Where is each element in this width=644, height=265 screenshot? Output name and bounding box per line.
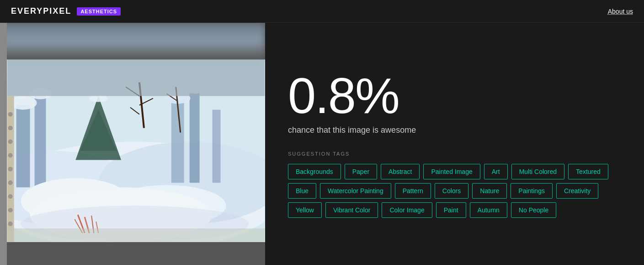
tag-item[interactable]: Color Image	[382, 202, 432, 218]
tag-item[interactable]: Watercolor Painting	[320, 183, 391, 199]
aesthetics-badge: AESTHETICS	[77, 7, 121, 16]
svg-point-39	[8, 208, 13, 212]
svg-point-35	[8, 153, 13, 157]
tag-item[interactable]: Blue	[288, 183, 316, 199]
image-blur-top	[0, 23, 265, 59]
tag-item[interactable]: Nature	[472, 183, 507, 199]
tag-item[interactable]: Colors	[435, 183, 468, 199]
results-section: 0.8% chance that this image is awesome S…	[265, 23, 644, 265]
svg-rect-7	[190, 92, 200, 183]
tag-item[interactable]: Yellow	[288, 202, 322, 218]
suggestion-tags-label: SUGGESTION TAGS	[288, 151, 621, 157]
tag-item[interactable]: Art	[484, 164, 508, 179]
header: EVERYPIXEL AESTHETICS About us	[0, 0, 644, 23]
svg-rect-41	[7, 59, 265, 96]
tag-item[interactable]: Multi Colored	[511, 164, 564, 179]
tag-item[interactable]: Vibrant Color	[325, 202, 378, 218]
tag-item[interactable]: Painted Image	[423, 164, 480, 179]
chance-text: chance that this image is awesome	[288, 125, 621, 135]
svg-point-33	[8, 126, 13, 130]
tag-item[interactable]: Pattern	[395, 183, 431, 199]
svg-rect-8	[213, 110, 221, 183]
svg-point-34	[8, 140, 13, 144]
header-left: EVERYPIXEL AESTHETICS	[11, 6, 121, 16]
tag-item[interactable]: Paintings	[511, 183, 553, 199]
svg-rect-42	[7, 228, 265, 242]
image-blur-bottom	[0, 242, 265, 265]
image-blur-left	[0, 23, 7, 265]
svg-point-36	[8, 167, 13, 171]
tag-item[interactable]: Paint	[436, 202, 466, 218]
svg-point-32	[8, 112, 13, 117]
logo: EVERYPIXEL	[11, 6, 71, 16]
tags-container: BackgroundsPaperAbstractPainted ImageArt…	[288, 164, 621, 218]
svg-point-38	[8, 194, 13, 199]
tag-item[interactable]: Paper	[345, 164, 377, 179]
main-content: 0.8% chance that this image is awesome S…	[0, 23, 644, 265]
tag-item[interactable]: Abstract	[381, 164, 420, 179]
svg-rect-4	[16, 105, 30, 188]
svg-point-37	[8, 180, 13, 185]
tag-item[interactable]: Autumn	[470, 202, 507, 218]
percentage-display: 0.8%	[288, 70, 621, 121]
tag-item[interactable]: Creativity	[556, 183, 598, 199]
tag-item[interactable]: Textured	[568, 164, 608, 179]
svg-rect-5	[35, 96, 46, 187]
svg-point-40	[8, 222, 13, 226]
svg-rect-6	[171, 101, 184, 183]
image-section	[0, 23, 265, 265]
painting-area	[7, 59, 265, 242]
painting-svg	[7, 59, 265, 242]
tag-item[interactable]: No People	[511, 202, 556, 218]
tag-item[interactable]: Backgrounds	[288, 164, 341, 179]
about-link[interactable]: About us	[608, 8, 633, 15]
